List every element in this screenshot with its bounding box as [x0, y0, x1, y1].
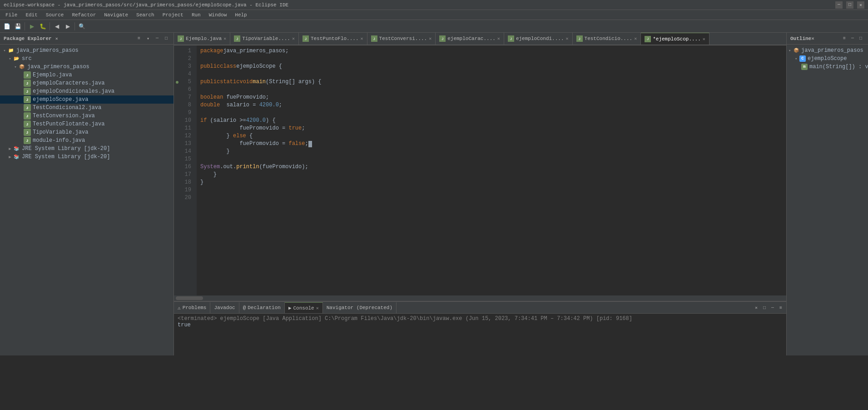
toolbar-back-button[interactable]: ◀: [52, 21, 62, 31]
tree-item-TestPuntoFlotante.java[interactable]: JTestPuntoFlotante.java: [0, 120, 174, 128]
tab-java-icon: J: [645, 36, 651, 42]
menu-search[interactable]: Search: [133, 11, 158, 19]
bottom-tab-Javadoc[interactable]: Javadoc: [210, 302, 239, 313]
tab-close-btn[interactable]: ✕: [703, 36, 705, 42]
editor-tab-ejemploCondi____[interactable]: JejemploCondi....✕: [504, 33, 573, 45]
tree-item-src[interactable]: ▾📂src: [0, 55, 174, 63]
bottom-tab-Declaration[interactable]: @Declaration: [239, 302, 285, 313]
code-content[interactable]: package java_primeros_pasos; public clas…: [197, 45, 786, 295]
menu-run[interactable]: Run: [188, 11, 204, 19]
tree-item-label: Ejemplo.java: [33, 72, 72, 78]
outline-max-btn[interactable]: □: [857, 35, 864, 42]
toolbar-new-button[interactable]: 📄: [2, 21, 12, 31]
code-line-3: public class ejemploScope {: [200, 63, 783, 70]
toolbar-search-button[interactable]: 🔍: [77, 21, 87, 31]
code-line-4: [200, 70, 783, 78]
maximize-button[interactable]: □: [846, 1, 853, 9]
toolbar-debug-button[interactable]: 🐛: [38, 21, 48, 31]
tree-item-label: TestCondicional2.java: [33, 105, 101, 111]
outline-min-btn[interactable]: ─: [849, 35, 856, 42]
tab-close-btn[interactable]: ✕: [634, 36, 637, 41]
editor-tab-TipoVariable____[interactable]: JTipoVariable....✕: [230, 33, 299, 45]
outline-item-java_primeros_pasos[interactable]: ▾📦java_primeros_pasos: [787, 46, 868, 55]
bottom-ctrl-btn[interactable]: □: [761, 304, 768, 311]
tree-item-TestCondicional2.java[interactable]: JTestCondicional2.java: [0, 104, 174, 112]
tab-close-btn[interactable]: ✕: [429, 36, 432, 41]
bottom-tabs: ⚠ProblemsJavadoc@Declaration▶Console✕Nav…: [174, 302, 786, 314]
tab-close-btn[interactable]: ✕: [566, 36, 569, 41]
package-explorer-close[interactable]: ✕: [55, 36, 58, 41]
menu-edit[interactable]: Edit: [22, 11, 41, 19]
tree-item-Ejemplo.java[interactable]: JEjemplo.java: [0, 71, 174, 79]
toolbar-forward-button[interactable]: ▶: [63, 21, 73, 31]
code-line-15: [200, 155, 783, 163]
tree-item-module-info.java[interactable]: Jmodule-info.java: [0, 136, 174, 145]
tree-arrow-icon: ▾: [2, 48, 7, 53]
tree-item-ejemploScope.java[interactable]: JejemploScope.java: [0, 95, 174, 104]
tree-item-icon: J: [24, 80, 31, 87]
tree-item-ejemploCaracteres.java[interactable]: JejemploCaracteres.java: [0, 79, 174, 87]
editor-tab-_ejemploScop____[interactable]: J*ejemploScop....✕: [641, 33, 709, 45]
menu-project[interactable]: Project: [159, 11, 187, 19]
pe-collapse-btn[interactable]: ≡: [135, 35, 143, 42]
outline-item-main_String______void[interactable]: mmain(String[]) : void: [787, 63, 868, 71]
bottom-ctrl-btn[interactable]: ─: [769, 304, 776, 311]
editor-horizontal-scroll[interactable]: [174, 295, 786, 301]
pe-min-btn[interactable]: ─: [154, 35, 161, 42]
menu-window[interactable]: Window: [205, 11, 231, 19]
console-tab-icon: ▶: [288, 305, 292, 311]
tab-close-btn[interactable]: ✕: [361, 36, 363, 41]
horizontal-scrollbar-thumb: [176, 296, 203, 300]
editor-tab-ejemploCarac____[interactable]: JejemploCarac....✕: [436, 33, 504, 45]
tree-item-TestConversion.java[interactable]: JTestConversion.java: [0, 112, 174, 120]
bottom-tab-Console[interactable]: ▶Console✕: [285, 302, 323, 313]
title-bar-controls: ─ □ ✕: [835, 1, 864, 9]
tree-item-label: TestPuntoFlotante.java: [33, 121, 104, 127]
bottom-tab-close[interactable]: ✕: [316, 305, 319, 311]
line-number-11: 11: [174, 125, 193, 132]
problems-tab-icon: ⚠: [178, 305, 181, 311]
declaration-tab-icon: @: [243, 305, 246, 310]
editor-tab-TestPuntoFlo____[interactable]: JTestPuntoFlo....✕: [299, 33, 367, 45]
menu-help[interactable]: Help: [231, 11, 250, 19]
menu-source[interactable]: Source: [42, 11, 68, 19]
outline-collapse-btn[interactable]: ≡: [841, 35, 848, 42]
tab-close-btn[interactable]: ✕: [497, 36, 500, 41]
bottom-ctrl-btn[interactable]: ✕: [753, 304, 760, 311]
toolbar-run-button[interactable]: ▶: [27, 21, 37, 31]
minimize-button[interactable]: ─: [835, 1, 843, 9]
bottom-tab-Navigator__Deprecated_[interactable]: Navigator (Deprecated): [323, 302, 397, 313]
editor-tab-TestCondicio____[interactable]: JTestCondicio....✕: [573, 33, 641, 45]
tree-item-JRE_System_Library_[jdk-20][interactable]: ▶📚JRE System Library [jdk-20]: [0, 153, 174, 161]
editor-tab-Ejemplo_java[interactable]: JEjemplo.java✕: [174, 33, 230, 45]
tab-close-btn[interactable]: ✕: [292, 36, 295, 41]
close-button[interactable]: ✕: [857, 1, 864, 9]
line-number-17: 17: [174, 171, 193, 179]
tree-item-TipoVariable.java[interactable]: JTipoVariable.java: [0, 128, 174, 136]
line-number-18: 18: [174, 179, 193, 186]
tab-java-icon: J: [178, 35, 184, 42]
line-number-1: 1: [174, 47, 193, 55]
tab-close-btn[interactable]: ✕: [223, 36, 226, 41]
tree-item-ejemploCondicionales.java[interactable]: JejemploCondicionales.java: [0, 87, 174, 95]
menu-file[interactable]: File: [2, 11, 21, 19]
outline-close[interactable]: ✕: [811, 35, 814, 41]
pe-max-btn[interactable]: □: [163, 35, 170, 42]
tree-item-java_primeros_pasos[interactable]: ▾📁java_primeros_pasos: [0, 46, 174, 55]
menu-navigate[interactable]: Navigate: [100, 11, 132, 19]
bottom-ctrl-btn[interactable]: ≡: [777, 304, 784, 311]
line-number-20: 20: [174, 194, 193, 202]
tree-item-icon: 📚: [13, 145, 20, 152]
pe-menu-btn[interactable]: ▾: [144, 35, 152, 42]
editor-tab-TestConversi____[interactable]: JTestConversi....✕: [367, 33, 436, 45]
tree-item-java_primeros_pasos[interactable]: ▾📦java_primeros_pasos: [0, 63, 174, 71]
bottom-tab-Problems[interactable]: ⚠Problems: [174, 302, 210, 313]
line-number-16: 16: [174, 163, 193, 171]
outline-item-ejemploScope[interactable]: ▾CejemploScope: [787, 55, 868, 63]
menu-refactor[interactable]: Refactor: [68, 11, 99, 19]
outline-panel: Outline ✕ ≡ ─ □ ▾📦java_primeros_pasos▾Ce…: [786, 33, 868, 355]
toolbar-save-button[interactable]: 💾: [13, 21, 23, 31]
tree-item-icon: 📁: [7, 47, 15, 54]
line-number-3: 3: [174, 63, 193, 70]
tree-item-JRE_System_Library_[jdk-20][interactable]: ▶📚JRE System Library [jdk-20]: [0, 145, 174, 153]
